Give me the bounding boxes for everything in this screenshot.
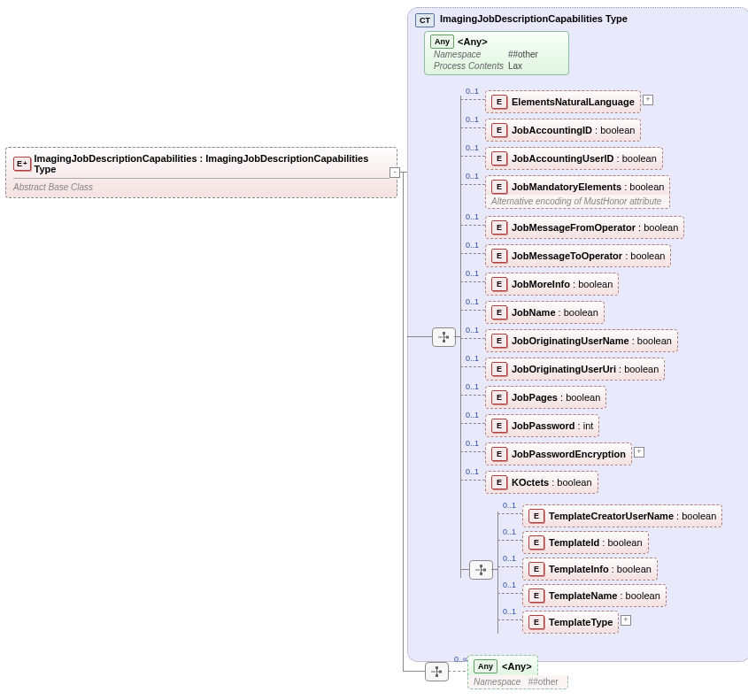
connector — [460, 480, 485, 481]
occurrence-label: 0..1 — [466, 172, 479, 181]
element-badge: E — [528, 562, 544, 576]
any-badge: Any — [430, 35, 454, 49]
element-jobpassword[interactable]: EJobPassword : int — [485, 414, 599, 437]
element-jobpages[interactable]: EJobPages : boolean — [485, 386, 606, 409]
element-jobmessagefromoperator[interactable]: EJobMessageFromOperator : boolean — [485, 216, 684, 239]
element-label: JobPages : boolean — [512, 392, 600, 403]
svg-rect-1 — [443, 340, 445, 342]
element-label: TemplateInfo : boolean — [549, 564, 652, 574]
element-koctets[interactable]: EKOctets : boolean — [485, 471, 598, 494]
connector — [460, 310, 485, 311]
element-templatename[interactable]: ETemplateName : boolean — [522, 584, 667, 607]
expand-root[interactable]: - — [389, 167, 400, 178]
spine-h — [454, 336, 460, 337]
element-badge: E — [491, 277, 507, 291]
connector — [460, 99, 485, 100]
element-label: JobPassword : int — [512, 420, 593, 431]
element-label: TemplateCreatorUserName : boolean — [549, 511, 716, 521]
element-templateid[interactable]: ETemplateId : boolean — [522, 531, 649, 554]
svg-rect-0 — [443, 332, 445, 335]
connector — [497, 540, 522, 541]
occurrence-label: 0..1 — [503, 607, 516, 616]
element-jobaccountinguserid[interactable]: EJobAccountingUserID : boolean — [485, 147, 663, 170]
element-badge: E — [491, 475, 507, 489]
root-element: E+ ImagingJobDescriptionCapabilities : I… — [5, 147, 397, 198]
element-label: JobAccountingUserID : boolean — [512, 153, 657, 164]
any-top: Any <Any> Namespace##other Process Conte… — [424, 31, 569, 75]
element-templatetype[interactable]: ETemplateType — [522, 611, 619, 634]
nested-spine — [497, 512, 498, 634]
svg-rect-2 — [446, 336, 449, 339]
element-badge: E — [491, 447, 507, 461]
connector — [460, 225, 485, 226]
svg-rect-6 — [436, 666, 438, 669]
spine-main — [460, 96, 461, 578]
element-label: JobName : boolean — [512, 307, 598, 318]
element-badge: E+ — [13, 157, 31, 171]
connector — [460, 156, 485, 157]
element-badge: E — [491, 305, 507, 319]
element-label: JobAccountingID : boolean — [512, 125, 635, 135]
sequence-indicator — [432, 327, 456, 347]
connector — [407, 336, 432, 337]
element-jobaccountingid[interactable]: EJobAccountingID : boolean — [485, 119, 641, 142]
nested-h — [491, 569, 497, 570]
connector — [460, 253, 485, 254]
element-joboriginatinguseruri[interactable]: EJobOriginatingUserUri : boolean — [485, 358, 665, 381]
occurrence-label: 0..1 — [466, 212, 479, 221]
element-label: JobOriginatingUserUri : boolean — [512, 364, 659, 374]
element-badge: E — [491, 220, 507, 235]
occurrence-label: 0..1 — [466, 439, 479, 448]
element-note: Alternative encoding of MustHonor attrib… — [485, 195, 670, 209]
element-jobname[interactable]: EJobName : boolean — [485, 301, 605, 324]
connector — [460, 451, 485, 452]
connector — [497, 566, 522, 567]
occurrence-label: 0..1 — [466, 87, 479, 96]
element-label: TemplateId : boolean — [549, 537, 643, 548]
element-badge: E — [491, 249, 507, 263]
element-label: JobMoreInfo : boolean — [512, 279, 613, 289]
connector — [460, 127, 485, 128]
connector — [460, 395, 485, 396]
bottom-conn — [448, 671, 466, 672]
connector — [460, 338, 485, 339]
divider — [13, 178, 389, 179]
any-bottom-ns: Namespace ##other — [467, 675, 568, 689]
element-jobmessagetooperator[interactable]: EJobMessageToOperator : boolean — [485, 244, 671, 267]
svg-rect-8 — [439, 671, 442, 673]
root-to-bottom-v — [403, 173, 404, 671]
element-jobpasswordencryption[interactable]: EJobPasswordEncryption — [485, 442, 632, 465]
svg-rect-4 — [480, 573, 482, 575]
element-badge: E — [491, 362, 507, 376]
element-jobmoreinfo[interactable]: EJobMoreInfo : boolean — [485, 273, 619, 296]
element-label: TemplateName : boolean — [549, 590, 660, 601]
occurrence-label: 0..1 — [466, 467, 479, 476]
nested-sequence-indicator — [469, 560, 493, 580]
element-label: KOctets : boolean — [512, 477, 592, 488]
occurrence-label: 0..1 — [466, 354, 479, 363]
occurrence-label: 0..1 — [503, 527, 516, 536]
element-badge: E — [491, 334, 507, 348]
occ-bottom: 0..∞ — [454, 655, 468, 664]
occurrence-label: 0..1 — [466, 411, 479, 419]
element-badge: E — [491, 95, 507, 109]
element-badge: E — [491, 123, 507, 137]
occurrence-label: 0..1 — [466, 297, 479, 306]
element-badge: E — [528, 588, 544, 603]
element-badge: E — [491, 390, 507, 404]
connector — [497, 513, 522, 514]
element-label: JobMessageToOperator : boolean — [512, 250, 665, 261]
element-label: JobPasswordEncryption — [512, 449, 626, 459]
root-note: Abstract Base Class — [13, 182, 389, 192]
root-to-bottom-h — [403, 671, 425, 672]
element-elementsnaturallanguage[interactable]: EElementsNaturalLanguage — [485, 90, 641, 113]
ct-badge: CT — [415, 13, 435, 27]
expand-stub[interactable]: + — [621, 615, 631, 626]
element-templatecreatorusername[interactable]: ETemplateCreatorUserName : boolean — [522, 504, 722, 527]
expand-stub[interactable]: + — [643, 95, 653, 105]
svg-rect-7 — [436, 674, 438, 677]
element-templateinfo[interactable]: ETemplateInfo : boolean — [522, 558, 658, 581]
expand-stub[interactable]: + — [634, 447, 644, 458]
element-joboriginatingusername[interactable]: EJobOriginatingUserName : boolean — [485, 329, 678, 352]
element-badge: E — [528, 535, 544, 550]
